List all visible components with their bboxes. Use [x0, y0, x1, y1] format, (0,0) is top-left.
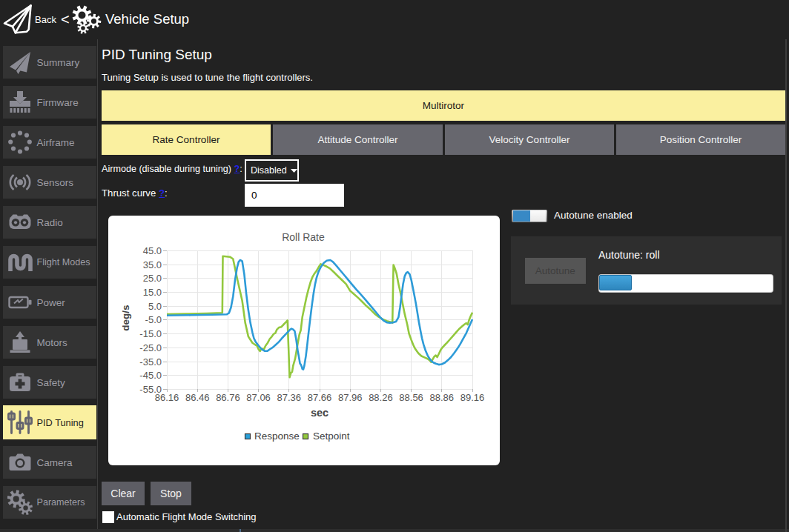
- svg-text:87.36: 87.36: [277, 392, 302, 403]
- svg-text:87.06: 87.06: [246, 392, 271, 403]
- svg-text:35.0: 35.0: [143, 259, 162, 270]
- svg-text:-5.0: -5.0: [145, 314, 162, 325]
- svg-text:86.16: 86.16: [155, 392, 179, 403]
- svg-text:-45.0: -45.0: [139, 370, 162, 381]
- svg-text:Response: Response: [254, 430, 300, 442]
- svg-text:87.66: 87.66: [308, 392, 332, 403]
- svg-text:88.86: 88.86: [430, 392, 455, 403]
- svg-text:25.0: 25.0: [143, 273, 162, 284]
- svg-text:-15.0: -15.0: [139, 328, 162, 339]
- svg-text:15.0: 15.0: [143, 287, 162, 298]
- svg-text:87.96: 87.96: [338, 392, 363, 403]
- svg-text:deg/s: deg/s: [120, 305, 131, 330]
- svg-text:-25.0: -25.0: [139, 342, 162, 353]
- svg-text:5.0: 5.0: [148, 301, 162, 312]
- svg-text:86.46: 86.46: [185, 392, 210, 403]
- svg-text:89.16: 89.16: [460, 392, 485, 403]
- svg-text:88.26: 88.26: [369, 392, 393, 403]
- svg-text:sec: sec: [311, 407, 329, 419]
- svg-text:88.56: 88.56: [399, 392, 423, 403]
- svg-text:Setpoint: Setpoint: [313, 430, 350, 442]
- svg-text:86.76: 86.76: [216, 392, 240, 403]
- svg-text:-35.0: -35.0: [139, 356, 162, 368]
- svg-text:45.0: 45.0: [143, 245, 162, 256]
- svg-text:Roll Rate: Roll Rate: [282, 231, 325, 243]
